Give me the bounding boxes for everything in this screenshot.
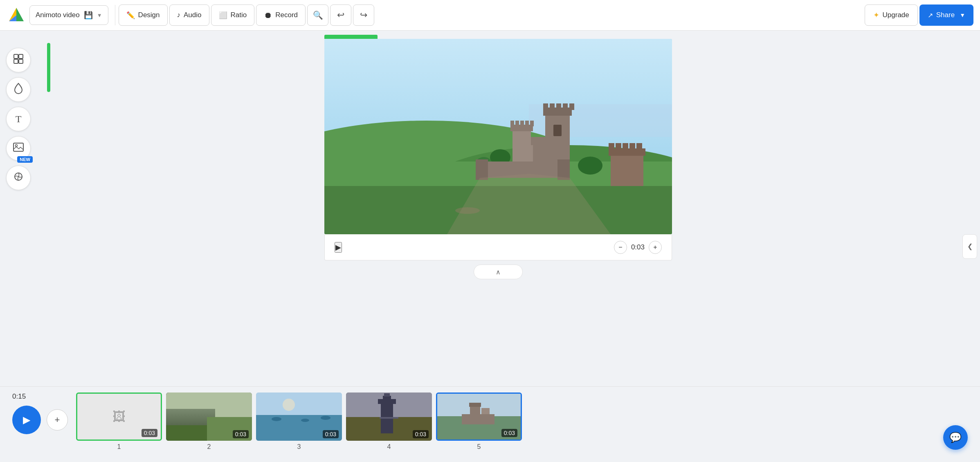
svg-point-36 (578, 157, 602, 175)
time-decrease-button[interactable]: − (614, 241, 627, 254)
clip-2-number: 2 (207, 443, 211, 451)
image-icon (13, 143, 24, 154)
svg-marker-1 (16, 8, 24, 21)
divider-1 (115, 5, 115, 25)
clip-2-duration: 0:03 (233, 430, 249, 438)
ratio-button[interactable]: ⬜ Ratio (211, 4, 255, 26)
svg-rect-64 (380, 417, 398, 419)
svg-rect-46 (629, 143, 635, 150)
chevron-left-icon: ❮ (967, 242, 973, 250)
clip-item-4: 0:03 4 (346, 392, 432, 451)
redo-button[interactable]: ↪ (353, 4, 374, 26)
add-clip-button[interactable]: + (47, 409, 68, 431)
placeholder-image-icon: 🖼 (112, 409, 126, 424)
save-icon: 💾 (84, 11, 93, 20)
chat-icon: 💬 (949, 432, 962, 443)
clip-thumbnail-2[interactable]: 0:03 (166, 392, 252, 441)
search-button[interactable]: 🔍 (307, 4, 328, 26)
droplet-icon (13, 83, 23, 96)
svg-point-54 (283, 399, 295, 411)
svg-rect-30 (520, 121, 524, 126)
undo-icon: ↩ (337, 10, 344, 20)
svg-rect-7 (19, 59, 23, 63)
castle-scene-svg (324, 39, 672, 234)
svg-point-55 (272, 417, 281, 421)
clip-thumbnail-3[interactable]: 0:03 (256, 392, 342, 441)
progress-bar (324, 35, 378, 39)
svg-rect-5 (19, 54, 23, 58)
color-tool-button[interactable] (6, 77, 31, 102)
play-button[interactable]: ▶ (335, 242, 342, 253)
star-icon: ✦ (873, 11, 879, 20)
clip-thumbnail-4[interactable]: 0:03 (346, 392, 432, 441)
record-icon: ⏺ (264, 11, 272, 20)
save-dropdown-icon[interactable]: ▼ (97, 12, 102, 18)
time-increase-button[interactable]: + (649, 241, 662, 254)
share-chevron-icon: ▼ (960, 12, 965, 18)
minus-icon: − (618, 244, 622, 251)
time-controls: − 0:03 + (614, 241, 662, 254)
timeline: 0:15 ▶ + 🖼 0:03 1 (0, 386, 980, 462)
text-icon: T (16, 114, 22, 125)
svg-point-57 (321, 416, 330, 420)
svg-rect-32 (530, 121, 534, 126)
clip-5-duration: 0:03 (501, 429, 517, 437)
svg-rect-6 (14, 59, 18, 63)
svg-rect-23 (563, 103, 568, 110)
clip-item-5: 0:03 5 (436, 392, 522, 451)
svg-rect-68 (469, 403, 481, 407)
record-button[interactable]: ⏺ Record (256, 4, 306, 26)
svg-rect-4 (14, 54, 18, 58)
logo (7, 5, 26, 25)
clip-3-number: 3 (297, 443, 301, 451)
svg-rect-25 (553, 125, 562, 136)
undo-button[interactable]: ↩ (330, 4, 351, 26)
effects-icon (13, 171, 24, 184)
svg-rect-41 (611, 153, 643, 186)
clip-1-number: 1 (117, 443, 121, 451)
svg-rect-39 (476, 159, 488, 180)
svg-rect-33 (531, 137, 555, 166)
media-tool-button[interactable]: NEW (6, 136, 31, 161)
clip-item-3: 0:03 3 (256, 392, 342, 451)
svg-rect-28 (510, 121, 514, 126)
ratio-icon: ⬜ (219, 11, 227, 20)
audio-button[interactable]: ♪ Audio (169, 4, 209, 26)
effects-tool-button[interactable] (6, 166, 31, 190)
clips-row: 🖼 0:03 1 (76, 392, 972, 451)
chevron-up-icon: ∧ (496, 268, 501, 276)
left-tools: T NEW (0, 31, 37, 462)
collapse-panel-button[interactable]: ∧ (474, 265, 523, 279)
chat-button[interactable]: 💬 (943, 425, 968, 450)
svg-rect-29 (515, 121, 519, 126)
svg-rect-63 (384, 393, 390, 397)
clip-item-2: 0:03 2 (166, 392, 252, 451)
text-tool-button[interactable]: T (6, 107, 31, 131)
redo-icon: ↪ (360, 10, 367, 20)
playback-bar: ▶ − 0:03 + (324, 234, 672, 260)
svg-rect-8 (13, 143, 23, 151)
clip-4-number: 4 (387, 443, 391, 451)
clip-thumbnail-1[interactable]: 🖼 0:03 (76, 392, 162, 441)
current-time: 0:03 (631, 243, 645, 251)
svg-rect-45 (623, 143, 628, 150)
play-icon: ▶ (335, 243, 341, 251)
svg-point-9 (16, 145, 18, 147)
plus-icon: + (653, 244, 657, 251)
music-icon: ♪ (177, 11, 181, 19)
design-button[interactable]: ✏️ Design (119, 4, 168, 26)
clip-thumbnail-5[interactable]: 0:03 (436, 392, 522, 441)
clip-item-1: 🖼 0:03 1 (76, 392, 162, 451)
active-indicator-bar (47, 43, 50, 92)
upgrade-button[interactable]: ✦ Upgrade (865, 4, 918, 26)
svg-rect-44 (616, 143, 621, 150)
svg-rect-22 (556, 103, 561, 110)
layout-tool-button[interactable] (6, 48, 31, 72)
svg-rect-24 (569, 103, 574, 110)
project-title[interactable]: Animoto video 💾 ▼ (29, 5, 108, 25)
pencil-icon: ✏️ (126, 11, 135, 20)
svg-rect-47 (636, 143, 642, 150)
share-button[interactable]: ↗ Share ▼ (919, 4, 973, 26)
collapse-right-button[interactable]: ❮ (962, 234, 977, 259)
svg-rect-70 (462, 414, 494, 424)
